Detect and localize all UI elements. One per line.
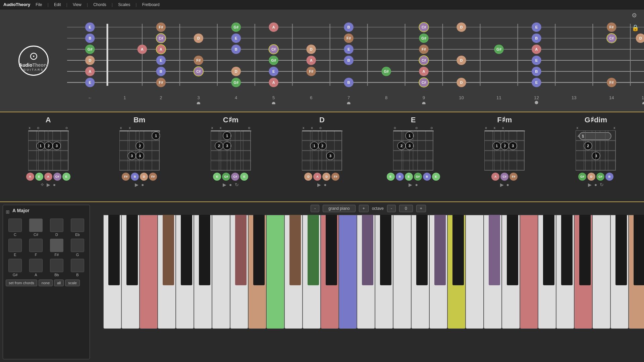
scale-key-b[interactable]: B — [68, 259, 87, 277]
drag-icon-a[interactable]: ✥ — [41, 182, 44, 187]
scale-btn-all[interactable]: all — [54, 280, 64, 286]
piano-black-key-1-Fs[interactable] — [289, 215, 301, 285]
piano-black-key-3-Cs[interactable] — [489, 215, 500, 285]
menu-edit[interactable]: Edit — [54, 2, 61, 7]
menu-scales[interactable]: Scales — [118, 2, 130, 7]
scale-key-bb[interactable]: Bb — [47, 259, 66, 277]
record-icon-csm[interactable]: ● — [229, 182, 232, 187]
instrument-plus-button[interactable]: + — [359, 205, 369, 212]
piano-black-key-1-Eb[interactable] — [253, 215, 265, 285]
piano-black-key-2-Cs[interactable] — [362, 215, 373, 285]
menu-chords[interactable]: Chords — [93, 2, 106, 7]
scale-btn-set-from-chords[interactable]: set from chords — [6, 280, 37, 286]
svg-point-198 — [223, 142, 231, 150]
piano-black-key-3-Fs[interactable] — [543, 215, 554, 285]
record-icon-bm[interactable]: ● — [141, 182, 144, 187]
scale-key-gs[interactable]: G# — [6, 259, 24, 277]
scale-key-e[interactable]: E — [6, 239, 24, 257]
piano-black-key-3-Eb[interactable] — [507, 215, 518, 285]
chord-controls-a: ✥ ▶ ● — [41, 182, 56, 187]
piano-white-key-0-E[interactable] — [140, 215, 158, 329]
play-icon-a[interactable]: ▶ — [47, 182, 50, 187]
piano-section: - grand piano + octave - 0 + — [93, 202, 644, 362]
piano-black-key-0-Fs[interactable] — [163, 215, 174, 285]
piano-white-key-2-B[interactable] — [466, 215, 484, 329]
scale-key-d[interactable]: D — [47, 219, 66, 237]
record-icon-a[interactable]: ● — [53, 182, 56, 187]
piano-white-key-1-E[interactable] — [266, 215, 284, 329]
piano-black-key-2-Bb[interactable] — [452, 215, 464, 285]
octave-value: 0 — [399, 205, 413, 212]
piano-black-key-1-Bb[interactable] — [326, 215, 337, 285]
menu-file[interactable]: File — [36, 2, 42, 7]
svg-text:C#: C# — [422, 59, 426, 62]
svg-text:1: 1 — [313, 144, 315, 148]
loop-icon-gsdim[interactable]: ↻ — [600, 182, 604, 187]
play-icon-fsm[interactable]: ▶ — [500, 182, 504, 187]
scale-key-eb[interactable]: Eb — [68, 219, 87, 237]
chord-diagram-fsm[interactable]: 1 2 3 — [484, 130, 525, 171]
piano-black-key-2-Gs[interactable] — [434, 215, 446, 285]
piano-black-key-2-Eb[interactable] — [380, 215, 391, 285]
svg-text:1: 1 — [409, 134, 411, 138]
record-icon-fsm[interactable]: ● — [506, 182, 509, 187]
top-right-icons: ⚙ 🔒 — [632, 12, 639, 32]
piano-white-key-1-B[interactable] — [339, 215, 357, 329]
chord-diagram-gsdim[interactable]: 4 1 2 3 — [576, 130, 616, 171]
chord-diagram-a[interactable]: 1 2 3 — [28, 130, 68, 171]
play-icon-bm[interactable]: ▶ — [135, 182, 139, 187]
chord-diagram-csm[interactable]: 1 2 3 — [211, 130, 251, 171]
play-icon-d[interactable]: ▶ — [317, 182, 321, 187]
scale-btn-none[interactable]: none — [39, 280, 53, 286]
piano-black-key-3-Gs[interactable] — [561, 215, 573, 285]
octave-plus-button[interactable]: + — [416, 205, 426, 212]
play-icon-gsdim[interactable]: ▶ — [588, 182, 592, 187]
chord-diagram-bm[interactable]: 1 2 3 4 — [119, 130, 160, 171]
piano-black-key-1-Cs[interactable] — [235, 215, 247, 285]
scale-btn-scale[interactable]: scale — [65, 280, 80, 286]
record-icon-d[interactable]: ● — [324, 182, 326, 187]
piano-black-key-0-Cs[interactable] — [108, 215, 120, 285]
svg-text:1: 1 — [496, 144, 498, 148]
octave-minus-button[interactable]: - — [387, 205, 396, 212]
chord-diagram-e[interactable]: 1 2 3 — [393, 130, 433, 171]
piano-white-key-0-B[interactable] — [212, 215, 230, 329]
piano-black-key-3-Bb[interactable] — [579, 215, 591, 285]
piano-black-key-0-Gs[interactable] — [181, 215, 192, 285]
svg-text:2: 2 — [321, 144, 323, 148]
play-icon-csm[interactable]: ▶ — [223, 182, 226, 187]
piano-black-key-0-Eb[interactable] — [126, 215, 138, 285]
scale-key-fs[interactable]: F# — [47, 239, 66, 257]
loop-icon-csm[interactable]: ↻ — [235, 182, 239, 187]
settings-icon[interactable]: ⚙ — [632, 12, 639, 19]
piano-white-key-3-B[interactable] — [592, 215, 610, 329]
scale-key-f[interactable]: F — [26, 239, 45, 257]
svg-text:C#: C# — [422, 81, 426, 84]
piano-black-key-2-Fs[interactable] — [416, 215, 428, 285]
piano-white-key-2-E[interactable] — [393, 215, 411, 329]
piano-black-key-1-Gs[interactable] — [308, 215, 319, 285]
piano-white-key-3-E[interactable] — [520, 215, 538, 329]
record-icon-gsdim[interactable]: ● — [594, 182, 597, 187]
scale-key-cs[interactable]: C# — [26, 219, 45, 237]
piano-black-key-0-Bb[interactable] — [199, 215, 210, 285]
svg-text:A: A — [310, 58, 313, 62]
chord-notes-row-bm: F# B D F# — [122, 173, 157, 181]
svg-text:G#: G# — [233, 80, 238, 84]
menu-fretboard[interactable]: Fretboard — [142, 2, 160, 7]
scale-key-c[interactable]: C — [6, 219, 24, 237]
piano-black-key-4-Eb[interactable] — [634, 215, 644, 285]
chord-diagram-d[interactable]: 1 2 3 — [302, 130, 342, 171]
instrument-minus-button[interactable]: - — [311, 205, 319, 212]
play-icon-e[interactable]: ▶ — [409, 182, 412, 187]
chord-name-bm: Bm — [133, 116, 145, 124]
svg-text:F#: F# — [609, 25, 614, 29]
scale-key-a[interactable]: A — [26, 259, 45, 277]
record-icon-e[interactable]: ● — [415, 182, 418, 187]
svg-text:C#: C# — [159, 37, 163, 40]
svg-point-39 — [347, 102, 351, 104]
scale-key-g[interactable]: G — [68, 239, 87, 257]
lock-icon[interactable]: 🔒 — [632, 24, 639, 32]
menu-view[interactable]: View — [73, 2, 82, 7]
piano-black-key-4-Cs[interactable] — [615, 215, 627, 285]
